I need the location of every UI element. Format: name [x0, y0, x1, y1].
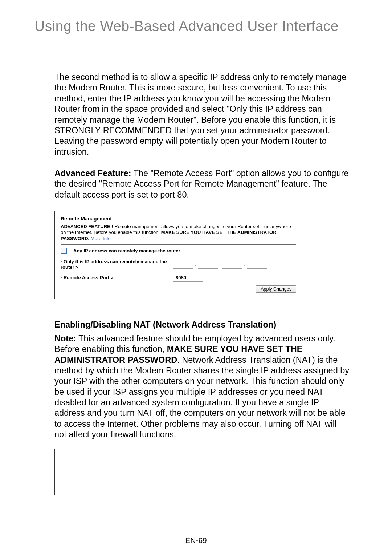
only-ip-label: - Only this IP address can remotely mana…	[61, 259, 173, 270]
ip-octet-4[interactable]	[247, 261, 267, 269]
nat-text-2: . Network Address Translation (NAT) is t…	[54, 355, 349, 439]
nat-note-paragraph: Note: This advanced feature should be em…	[54, 333, 350, 440]
page-number: EN-69	[0, 536, 392, 545]
only-ip-row: - Only this IP address can remotely mana…	[61, 256, 296, 272]
apply-changes-button[interactable]: Apply Changes	[256, 285, 296, 293]
dot-icon: .	[218, 262, 222, 267]
ip-octet-2[interactable]	[198, 261, 218, 269]
nat-heading: Enabling/Disabling NAT (Network Address …	[54, 320, 350, 330]
paragraph-advanced-feature: Advanced Feature: The "Remote Access Por…	[54, 168, 350, 200]
port-row: - Remote Access Port > 8080	[61, 272, 296, 284]
any-ip-label: Any IP address can remotely manage the r…	[73, 248, 180, 253]
remote-management-desc: ADVANCED FEATURE ! Remote management all…	[61, 224, 296, 242]
remote-management-heading: Remote Management :	[61, 216, 296, 222]
ip-octet-3[interactable]	[222, 261, 242, 269]
nat-section: Enabling/Disabling NAT (Network Address …	[54, 320, 350, 440]
manual-page: Using the Web-Based Advanced User Interf…	[0, 0, 392, 560]
any-ip-row: Any IP address can remotely manage the r…	[61, 244, 296, 256]
remote-management-panel: Remote Management : ADVANCED FEATURE ! R…	[54, 211, 302, 299]
ip-input-group: . . .	[173, 261, 267, 269]
body-section: The second method is to allow a specific…	[54, 72, 350, 200]
port-label: - Remote Access Port >	[61, 275, 173, 280]
page-title: Using the Web-Based Advanced User Interf…	[34, 18, 358, 38]
dot-icon: .	[193, 262, 198, 267]
paragraph-method-two: The second method is to allow a specific…	[54, 72, 350, 157]
any-ip-checkbox[interactable]	[61, 248, 67, 254]
note-label: Note:	[54, 334, 76, 343]
apply-row: Apply Changes	[61, 285, 296, 293]
more-info-link[interactable]: More Info	[91, 236, 111, 241]
rm-desc-prefix: ADVANCED FEATURE !	[61, 224, 113, 229]
dot-icon: .	[242, 262, 247, 267]
nat-settings-panel	[54, 449, 302, 495]
port-input[interactable]: 8080	[173, 274, 203, 282]
ip-octet-1[interactable]	[173, 261, 193, 269]
advanced-feature-label: Advanced Feature:	[54, 169, 131, 178]
